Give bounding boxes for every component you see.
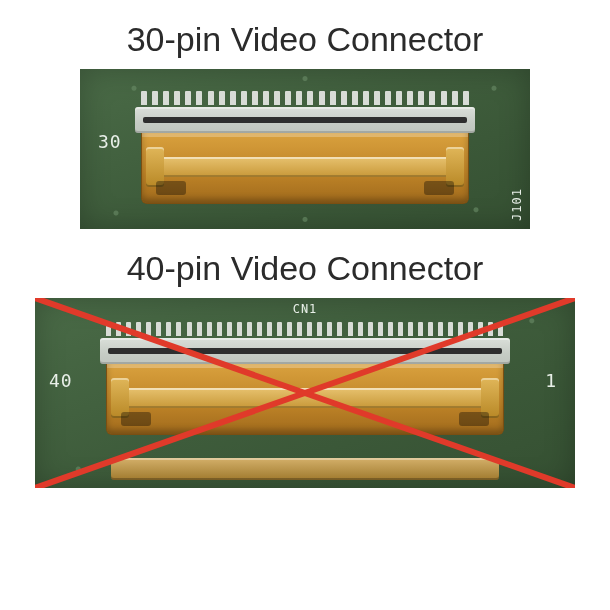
silk-left-30: 30 [98,131,122,152]
pcb-30pin: 30 J101 [80,69,530,229]
receptacle-40 [100,338,510,364]
pcb-40pin: 40 1 CN1 [35,298,575,488]
housing-30 [141,133,469,204]
title-40pin: 40-pin Video Connector [127,249,484,288]
housing-40 [106,364,504,435]
section-30pin: 30-pin Video Connector 30 J101 [80,20,530,229]
silk-right-small-30: J101 [510,188,524,221]
pad-row-30 [135,91,475,105]
receptacle-30 [135,107,475,133]
title-30pin: 30-pin Video Connector [127,20,484,59]
pad-row-40 [100,322,510,336]
silk-top-small-40: CN1 [293,302,318,316]
silk-left-40: 40 [49,370,73,391]
silk-right-40: 1 [545,370,557,391]
pad-strip-bottom-40 [111,458,500,480]
connector-30pin [135,91,475,204]
connector-40pin [100,322,510,435]
section-40pin: 40-pin Video Connector 40 1 CN1 [35,249,575,488]
